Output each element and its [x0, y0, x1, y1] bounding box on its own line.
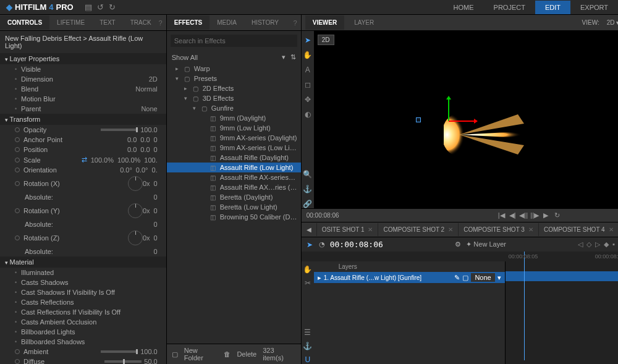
prop-parent-value[interactable]: None	[141, 105, 161, 112]
prop-casts-ao[interactable]: Casts Ambient Occlusion	[21, 318, 161, 326]
rotation-dial[interactable]	[128, 176, 143, 191]
tree-folder-presets[interactable]: ▾▢Presets	[167, 74, 301, 83]
remove-keyframe[interactable]: ▪	[612, 240, 615, 248]
help-icon[interactable]: ?	[294, 19, 297, 27]
chevron-down-icon[interactable]: ▾	[497, 274, 501, 282]
prev-frame[interactable]: ◀|	[508, 211, 517, 219]
tab-media[interactable]: MEDIA	[210, 15, 244, 30]
tab-layer[interactable]: LAYER	[347, 15, 381, 30]
section-material[interactable]: Material	[0, 256, 166, 268]
prop-blend-value[interactable]: Normal	[135, 85, 161, 93]
play[interactable]: ▶	[541, 211, 550, 219]
select-tool[interactable]: ➤	[303, 36, 312, 44]
nav-prev[interactable]: ◁	[578, 240, 583, 248]
blend-mode[interactable]: None	[471, 273, 494, 282]
comp-tab[interactable]: OSITE SHOT 1✕	[317, 223, 379, 236]
zoom-tool[interactable]: 🔍	[303, 170, 312, 179]
undo-icon[interactable]: ↺	[97, 2, 104, 12]
link-tool[interactable]: 🔗	[303, 200, 312, 208]
chevron-down-icon[interactable]: ▾	[282, 53, 286, 61]
comp-tab[interactable]: COMPOSITE SHOT 3✕	[459, 223, 539, 236]
close-icon[interactable]: ✕	[448, 226, 453, 233]
tab-track[interactable]: TRACK	[123, 15, 159, 30]
transport-start[interactable]: 00:00:08:06	[307, 212, 339, 219]
snap-tool[interactable]: ⚓	[303, 342, 312, 350]
keyframe-toggle[interactable]	[15, 235, 20, 240]
settings-icon[interactable]: ⚙	[455, 240, 461, 248]
comp-tab[interactable]: COMPOSITE SHOT 4✕	[539, 223, 618, 236]
new-layer-button[interactable]: ✦ New Layer	[466, 240, 506, 248]
preset-item[interactable]: ◫9mm (Low Light)	[167, 123, 301, 133]
prop-visible[interactable]: Visible	[21, 66, 161, 73]
preset-item[interactable]: ◫9mm AX-series (Low Light)	[167, 143, 301, 153]
tab-viewer[interactable]: VIEWER	[305, 15, 344, 30]
list-tool[interactable]: ☰	[303, 328, 312, 337]
layer-bar[interactable]	[506, 271, 618, 281]
prop-illuminated[interactable]: Illuminated	[21, 269, 161, 276]
prop-casts-reflections[interactable]: Casts Reflections	[21, 298, 161, 306]
hand-tool[interactable]: ✋	[303, 265, 312, 274]
edit-icon[interactable]: ✎	[454, 274, 460, 282]
nav-export[interactable]: EXPORT	[570, 1, 618, 14]
keyframe-toggle[interactable]	[15, 181, 20, 186]
gizmo-y-axis[interactable]	[448, 99, 449, 121]
select-tool[interactable]: ➤	[305, 240, 314, 249]
preset-item[interactable]: ◫Browning 50 Caliber (Daylight)	[167, 212, 301, 222]
lock-icon[interactable]: ▢	[462, 274, 468, 282]
chevron-right-icon[interactable]: ▸	[318, 274, 321, 282]
keyframe-toggle[interactable]	[15, 167, 20, 172]
help-icon[interactable]: ?	[159, 19, 163, 27]
tab-lifetime[interactable]: LIFETIME	[49, 15, 92, 30]
slice-tool[interactable]: ✂	[303, 279, 312, 287]
preset-item[interactable]: ◫Assault Rifle (Daylight)	[167, 153, 301, 163]
section-transform[interactable]: Transform	[0, 114, 166, 125]
keyframe-toggle[interactable]	[15, 208, 20, 213]
close-icon[interactable]: ✕	[528, 226, 533, 233]
playhead[interactable]	[524, 261, 525, 360]
prop-bill-lights[interactable]: Billboarded Lights	[21, 328, 161, 336]
tree-folder-gunfire[interactable]: ▾▢Gunfire	[167, 103, 301, 113]
play-back[interactable]: ◀||	[519, 211, 528, 219]
nav-project[interactable]: PROJECT	[484, 1, 535, 14]
opacity-value[interactable]: 100.0	[140, 126, 161, 133]
prop-motion-blur[interactable]: Motion Blur	[21, 95, 161, 103]
rotation-dial[interactable]	[128, 203, 143, 218]
search-input[interactable]	[171, 35, 297, 47]
orbit-tool[interactable]: ◐	[303, 110, 312, 119]
tree-folder-warp[interactable]: ▸▢Warp	[167, 64, 301, 74]
tab-nav-left[interactable]: ◀	[302, 223, 317, 236]
add-keyframe[interactable]: ◆	[604, 240, 609, 248]
goto-start[interactable]: |◀	[497, 211, 506, 219]
gizmo-x-axis[interactable]	[449, 121, 475, 122]
save-icon[interactable]: ▤	[85, 2, 92, 12]
keyframe-toggle[interactable]	[15, 359, 20, 364]
section-layer-properties[interactable]: Layer Properties	[0, 53, 166, 64]
mask-tool[interactable]: ◻	[303, 80, 312, 89]
opacity-slider[interactable]	[101, 129, 138, 131]
gizmo-handle[interactable]	[416, 117, 421, 122]
tab-effects[interactable]: EFFECTS	[167, 15, 210, 30]
prop-bill-shadows[interactable]: Billboarded Shadows	[21, 338, 161, 345]
move-tool[interactable]: ✥	[303, 95, 312, 104]
timeline-timecode[interactable]: 00:00:08:06	[330, 240, 383, 249]
keyframe-toggle[interactable]	[15, 158, 20, 163]
prop-dimension-value[interactable]: 2D	[149, 75, 161, 83]
comp-tab[interactable]: COMPOSITE SHOT 2✕	[378, 223, 459, 236]
preset-item[interactable]: ◫9mm AX-series (Daylight)	[167, 133, 301, 143]
prop-cast-refl-vis[interactable]: Cast Reflections If Visibility Is Off	[21, 308, 161, 316]
timeline-layer[interactable]: ▸ 1. Assault Rifle (…w Light) [Gunfire] …	[314, 272, 505, 283]
preset-item[interactable]: ◫Assault Rifle (Low Light)	[167, 163, 301, 172]
text-tool[interactable]: A	[303, 66, 312, 74]
prop-casts-shadows[interactable]: Casts Shadows	[21, 279, 161, 286]
close-icon[interactable]: ✕	[368, 226, 373, 233]
snap-tool[interactable]: ⚓	[303, 185, 312, 193]
nav-edit[interactable]: EDIT	[535, 1, 570, 14]
keyframe-toggle[interactable]	[15, 127, 20, 132]
hand-tool[interactable]: ✋	[303, 51, 312, 59]
rotation-dial[interactable]	[128, 231, 143, 245]
preset-item[interactable]: ◫Assault Rifle AX-series (Daylight)	[167, 172, 301, 182]
preset-item[interactable]: ◫9mm (Daylight)	[167, 113, 301, 123]
viewer-canvas[interactable]: 2D 🔍(65.3%)▾	[314, 31, 618, 208]
viewer-2d-tag[interactable]: 2D	[318, 35, 334, 45]
keyframe-toggle[interactable]	[15, 349, 20, 354]
